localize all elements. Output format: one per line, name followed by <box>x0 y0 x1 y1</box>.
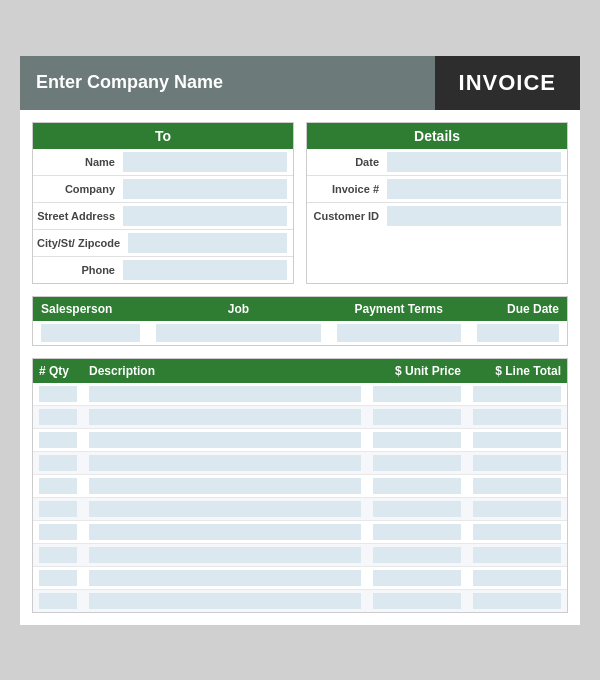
items-header: # Qty Description $ Unit Price $ Line To… <box>33 359 567 383</box>
salesperson-header: Salesperson Job Payment Terms Due Date <box>33 297 567 321</box>
field-total-2[interactable] <box>473 409 561 425</box>
field-unit-3[interactable] <box>373 432 461 448</box>
field-total-4[interactable] <box>473 455 561 471</box>
field-row-company: Company <box>33 176 293 203</box>
col-salesperson: Salesperson <box>33 297 148 321</box>
field-total-8[interactable] <box>473 547 561 563</box>
field-row-street: Street Address <box>33 203 293 230</box>
field-row-date: Date <box>307 149 567 176</box>
field-total-10[interactable] <box>473 593 561 609</box>
sp-input-salesperson <box>33 324 148 342</box>
invoice-title: INVOICE <box>459 70 556 96</box>
field-qty-2[interactable] <box>39 409 77 425</box>
field-total-1[interactable] <box>473 386 561 402</box>
item-row <box>33 475 567 498</box>
item-row <box>33 498 567 521</box>
field-desc-10[interactable] <box>89 593 361 609</box>
items-section: # Qty Description $ Unit Price $ Line To… <box>32 358 568 613</box>
details-section: Details Date Invoice # Customer ID <box>306 122 568 284</box>
label-city: City/St/ Zipcode <box>33 233 128 253</box>
field-total-6[interactable] <box>473 501 561 517</box>
input-city[interactable] <box>128 233 287 253</box>
field-desc-7[interactable] <box>89 524 361 540</box>
label-name: Name <box>33 152 123 172</box>
field-qty-6[interactable] <box>39 501 77 517</box>
field-desc-6[interactable] <box>89 501 361 517</box>
label-invoice: Invoice # <box>307 179 387 199</box>
field-salesperson[interactable] <box>41 324 140 342</box>
col-job: Job <box>148 297 329 321</box>
item-row <box>33 452 567 475</box>
field-qty-10[interactable] <box>39 593 77 609</box>
field-desc-5[interactable] <box>89 478 361 494</box>
field-desc-8[interactable] <box>89 547 361 563</box>
field-total-5[interactable] <box>473 478 561 494</box>
item-row <box>33 544 567 567</box>
field-total-7[interactable] <box>473 524 561 540</box>
label-date: Date <box>307 152 387 172</box>
salesperson-section: Salesperson Job Payment Terms Due Date <box>32 296 568 346</box>
field-unit-2[interactable] <box>373 409 461 425</box>
invoice-title-area: INVOICE <box>435 56 580 110</box>
field-row-city: City/St/ Zipcode <box>33 230 293 257</box>
salesperson-row <box>33 321 567 345</box>
input-street[interactable] <box>123 206 287 226</box>
label-company: Company <box>33 179 123 199</box>
invoice-container: Enter Company Name INVOICE To Name Compa… <box>20 56 580 625</box>
to-header: To <box>33 123 293 149</box>
col-total: $ Line Total <box>467 359 567 383</box>
field-qty-3[interactable] <box>39 432 77 448</box>
field-unit-1[interactable] <box>373 386 461 402</box>
input-company[interactable] <box>123 179 287 199</box>
header: Enter Company Name INVOICE <box>20 56 580 110</box>
input-phone[interactable] <box>123 260 287 280</box>
input-date[interactable] <box>387 152 561 172</box>
field-qty-9[interactable] <box>39 570 77 586</box>
field-qty-8[interactable] <box>39 547 77 563</box>
item-row <box>33 521 567 544</box>
field-qty-5[interactable] <box>39 478 77 494</box>
field-job[interactable] <box>156 324 321 342</box>
sp-input-due <box>469 324 567 342</box>
col-due: Due Date <box>469 297 567 321</box>
item-row <box>33 406 567 429</box>
field-unit-9[interactable] <box>373 570 461 586</box>
label-phone: Phone <box>33 260 123 280</box>
field-total-9[interactable] <box>473 570 561 586</box>
item-row <box>33 429 567 452</box>
col-terms: Payment Terms <box>329 297 469 321</box>
field-row-customer: Customer ID <box>307 203 567 229</box>
item-row <box>33 567 567 590</box>
field-terms[interactable] <box>337 324 461 342</box>
field-qty-4[interactable] <box>39 455 77 471</box>
input-name[interactable] <box>123 152 287 172</box>
col-desc: Description <box>83 359 367 383</box>
field-unit-4[interactable] <box>373 455 461 471</box>
field-desc-3[interactable] <box>89 432 361 448</box>
field-row-invoice: Invoice # <box>307 176 567 203</box>
field-desc-2[interactable] <box>89 409 361 425</box>
details-header: Details <box>307 123 567 149</box>
input-invoice[interactable] <box>387 179 561 199</box>
company-name: Enter Company Name <box>36 72 223 93</box>
field-desc-4[interactable] <box>89 455 361 471</box>
col-unit: $ Unit Price <box>367 359 467 383</box>
field-unit-6[interactable] <box>373 501 461 517</box>
field-total-3[interactable] <box>473 432 561 448</box>
field-qty-1[interactable] <box>39 386 77 402</box>
input-customer[interactable] <box>387 206 561 226</box>
sp-input-job <box>148 324 329 342</box>
field-unit-5[interactable] <box>373 478 461 494</box>
col-qty: # Qty <box>33 359 83 383</box>
field-row-phone: Phone <box>33 257 293 283</box>
field-due[interactable] <box>477 324 559 342</box>
field-qty-7[interactable] <box>39 524 77 540</box>
to-section: To Name Company Street Address City/St/ … <box>32 122 294 284</box>
field-unit-7[interactable] <box>373 524 461 540</box>
field-desc-9[interactable] <box>89 570 361 586</box>
field-unit-10[interactable] <box>373 593 461 609</box>
item-row <box>33 383 567 406</box>
company-name-area[interactable]: Enter Company Name <box>20 56 435 110</box>
field-unit-8[interactable] <box>373 547 461 563</box>
field-desc-1[interactable] <box>89 386 361 402</box>
